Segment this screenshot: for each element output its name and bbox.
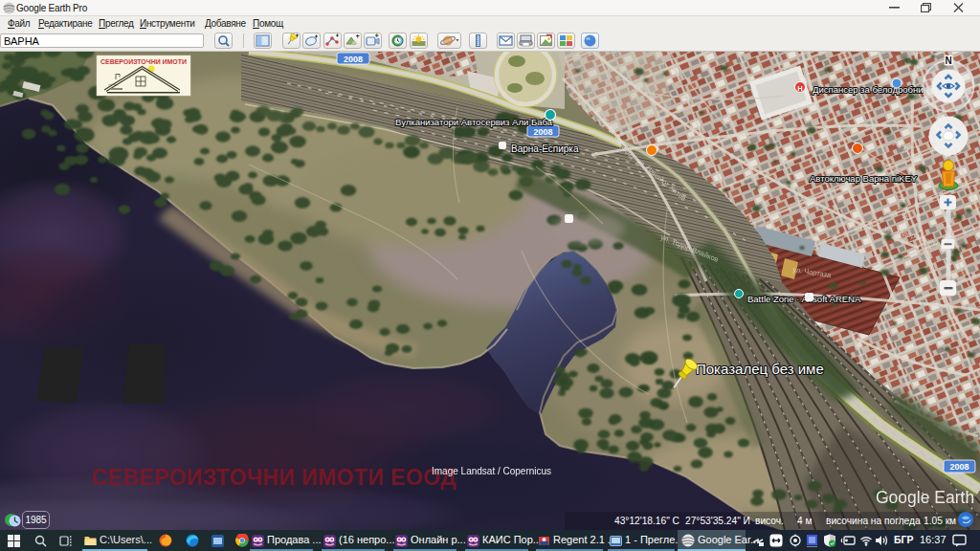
svg-text:1985: 1985	[25, 515, 47, 525]
svg-text:N: N	[945, 55, 951, 66]
svg-text:височ.: височ.	[755, 516, 784, 526]
svg-text:2008: 2008	[949, 462, 969, 472]
svg-text:Автоключар Варна niKEY: Автоключар Варна niKEY	[810, 173, 918, 184]
svg-text:Image Landsat / Copernicus: Image Landsat / Copernicus	[432, 466, 551, 476]
svg-text:Вулканизатори Автосервиз Али Б: Вулканизатори Автосервиз Али Баба	[395, 117, 553, 127]
svg-text:1.05 км: 1.05 км	[924, 516, 956, 526]
svg-text:Диспансер за белодробни: Диспансер за белодробни	[813, 84, 924, 95]
svg-text:Показалец без име: Показалец без име	[696, 361, 824, 377]
svg-text:H: H	[797, 84, 802, 93]
svg-text:2008: 2008	[344, 55, 363, 64]
svg-text:27°53'35.24" И: 27°53'35.24" И	[685, 516, 750, 526]
svg-text:СЕВЕРОИЗТОЧНИ ИМОТИ ЕООД: СЕВЕРОИЗТОЧНИ ИМОТИ ЕООД	[92, 465, 457, 490]
svg-text:СЕВЕРОИЗТОЧНИ ИМОТИ: СЕВЕРОИЗТОЧНИ ИМОТИ	[100, 57, 187, 66]
svg-text:Google Earth: Google Earth	[876, 488, 974, 507]
svg-text:2008: 2008	[533, 127, 552, 137]
svg-text:Варна-Еспирка: Варна-Еспирка	[511, 143, 579, 154]
svg-text:4 м: 4 м	[797, 516, 813, 526]
svg-text:височина на погледа: височина на погледа	[826, 516, 921, 526]
svg-text:43°12'18.16" С: 43°12'18.16" С	[614, 516, 679, 526]
svg-text:Battle Zone · Airsoft ARENA: Battle Zone · Airsoft ARENA	[747, 294, 861, 304]
